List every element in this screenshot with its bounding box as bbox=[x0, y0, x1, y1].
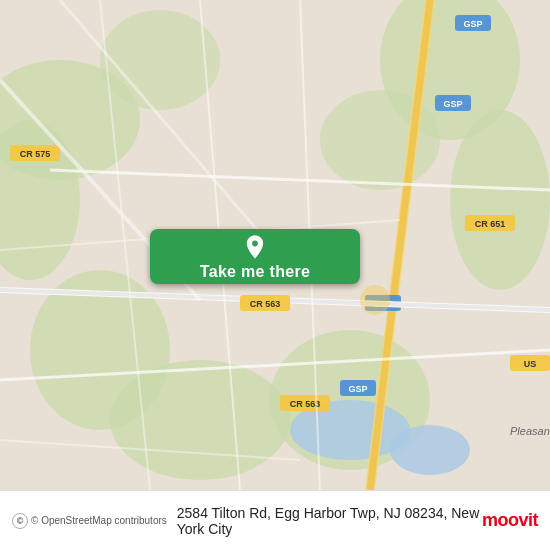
svg-text:GSP: GSP bbox=[463, 19, 482, 29]
svg-text:CR 651: CR 651 bbox=[475, 219, 506, 229]
svg-point-43 bbox=[360, 285, 390, 315]
svg-point-4 bbox=[110, 360, 290, 480]
map-container: GSP GSP GSP GSP CR 563 CR 563 CR 651 CR … bbox=[0, 0, 550, 490]
take-me-there-label: Take me there bbox=[200, 263, 310, 281]
bottom-bar: © © OpenStreetMap contributors 2584 Tilt… bbox=[0, 490, 550, 550]
moovit-logo: moovit bbox=[482, 510, 538, 531]
svg-text:US: US bbox=[524, 359, 537, 369]
address-label: 2584 Tilton Rd, Egg Harbor Twp, NJ 08234… bbox=[167, 505, 482, 537]
svg-text:Pleasantville: Pleasantville bbox=[510, 425, 550, 437]
svg-text:CR 575: CR 575 bbox=[20, 149, 51, 159]
svg-text:CR 563: CR 563 bbox=[250, 299, 281, 309]
moovit-brand-text: moovit bbox=[482, 510, 538, 531]
location-pin-icon bbox=[241, 233, 269, 261]
osm-logo-circle: © bbox=[12, 513, 28, 529]
svg-text:GSP: GSP bbox=[443, 99, 462, 109]
svg-text:GSP: GSP bbox=[348, 384, 367, 394]
take-me-there-button[interactable]: Take me there bbox=[150, 229, 360, 284]
svg-point-11 bbox=[390, 425, 470, 475]
svg-point-7 bbox=[450, 110, 550, 290]
osm-text: © OpenStreetMap contributors bbox=[31, 515, 167, 526]
osm-attribution: © © OpenStreetMap contributors bbox=[12, 513, 167, 529]
